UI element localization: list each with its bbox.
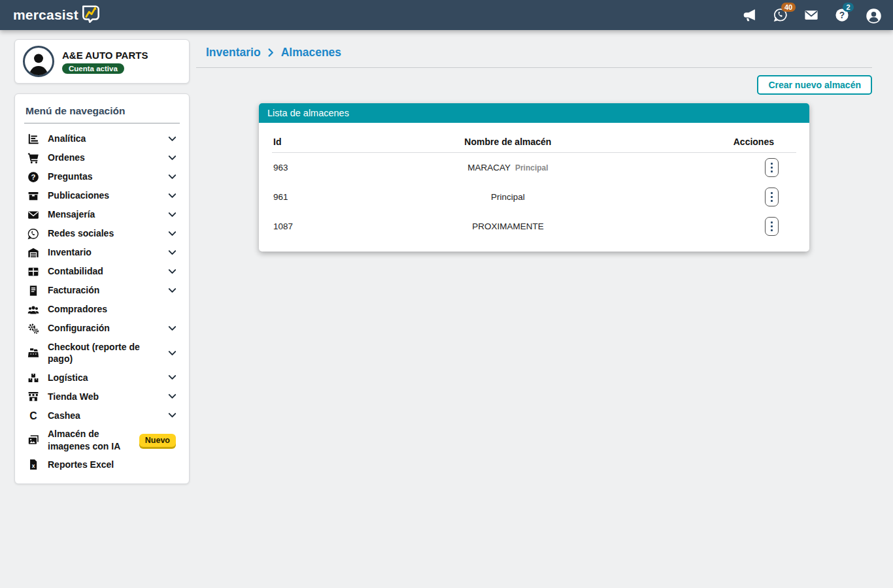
- sidebar-item-label: Checkout (reporte de pago): [48, 341, 159, 365]
- warehouse-id: 961: [272, 182, 377, 212]
- sidebar-item-compradores[interactable]: Compradores: [24, 300, 180, 319]
- sidebar-item-label: Publicaciones: [48, 189, 159, 201]
- main-content: Inventario Almacenes Crear nuevo almacén…: [196, 39, 872, 252]
- account-name: A&E AUTO PARTS: [62, 50, 148, 61]
- warehouse-name: MARACAY: [467, 163, 511, 172]
- app-logo[interactable]: mercasist: [13, 5, 103, 25]
- menu-title: Menú de navegación: [24, 101, 180, 123]
- account-status-badge: Cuenta activa: [62, 63, 124, 74]
- messages-button[interactable]: [804, 8, 818, 22]
- brand-name: mercasist: [13, 7, 78, 23]
- gears-icon: [27, 322, 39, 335]
- announcements-button[interactable]: [743, 8, 757, 22]
- sidebar-item-reportes-excel[interactable]: x Reportes Excel: [24, 455, 180, 474]
- sidebar-item-ordenes[interactable]: Ordenes: [24, 148, 180, 167]
- user-menu-button[interactable]: [866, 8, 880, 22]
- whatsapp-button[interactable]: 40: [773, 8, 788, 22]
- chevron-down-icon: [167, 153, 177, 163]
- column-header-name: Nombre de almacén: [377, 128, 639, 153]
- sidebar-item-publicaciones[interactable]: Publicaciones: [24, 186, 180, 205]
- sidebar-item-contabilidad[interactable]: Contabilidad: [24, 262, 180, 281]
- sidebar-item-configuracion[interactable]: Configuración: [24, 319, 180, 338]
- chevron-down-icon: [167, 410, 177, 420]
- column-header-actions: Acciones: [639, 128, 796, 153]
- sidebar-item-almacen-de-imagenes-con-ia[interactable]: Almacén de imagenes con IA Nuevo: [24, 425, 180, 455]
- warehouse-name: PROXIMAMENTE: [472, 221, 544, 231]
- brand-chart-icon: [79, 2, 103, 25]
- register-icon: [27, 347, 39, 359]
- sidebar-item-label: Analítica: [48, 133, 159, 144]
- table-row: 1087 PROXIMAMENTE: [272, 212, 796, 241]
- account-card: A&E AUTO PARTS Cuenta activa: [14, 39, 190, 84]
- breadcrumb-parent-link[interactable]: Inventario: [206, 46, 261, 59]
- sidebar-item-label: Almacén de imagenes con IA: [48, 428, 131, 451]
- chevron-down-icon: [167, 323, 177, 333]
- sidebar-item-inventario[interactable]: Inventario: [24, 243, 180, 262]
- table-row: 963 MARACAYPrincipal: [272, 153, 796, 183]
- chevron-down-icon: [167, 172, 177, 182]
- chevron-right-icon: [266, 48, 276, 57]
- sidebar-item-label: Tienda Web: [48, 391, 159, 402]
- breadcrumb: Inventario Almacenes: [196, 39, 872, 67]
- sidebar-item-logistica[interactable]: Logística: [24, 368, 180, 387]
- sidebar-item-label: Contabilidad: [48, 265, 159, 277]
- navigation-menu: Menú de navegación Analítica Ordenes ? P…: [14, 93, 190, 484]
- warehouse-name: Principal: [491, 192, 525, 202]
- svg-text:?: ?: [31, 173, 35, 181]
- sidebar-item-label: Redes sociales: [48, 227, 159, 239]
- top-navbar: mercasist 40: [0, 0, 893, 30]
- card-title: Lista de almacenes: [259, 103, 809, 123]
- svg-text:?: ?: [839, 10, 845, 20]
- excel-icon: x: [27, 459, 39, 471]
- sidebar-item-label: Mensajería: [48, 208, 159, 220]
- cart-icon: [27, 152, 39, 164]
- row-actions-button[interactable]: [765, 158, 779, 177]
- chevron-down-icon: [167, 348, 177, 358]
- help-badge: 2: [843, 3, 854, 12]
- store-icon: [27, 390, 39, 402]
- account-avatar: [23, 46, 54, 77]
- new-badge: Nuevo: [139, 434, 176, 447]
- warehouse-tag: Principal: [515, 163, 548, 172]
- megaphone-icon: [743, 8, 757, 22]
- sidebar-item-facturacion[interactable]: Facturación: [24, 281, 180, 300]
- boxes-icon: [27, 371, 39, 384]
- sidebar-item-checkout-reporte-de-pago[interactable]: Checkout (reporte de pago): [24, 338, 180, 368]
- sidebar-item-label: Facturación: [48, 284, 159, 296]
- chart-icon: [27, 133, 39, 145]
- sidebar-item-label: Cashea: [48, 410, 159, 421]
- sidebar-item-label: Configuración: [48, 322, 159, 334]
- sidebar-item-label: Compradores: [48, 303, 177, 315]
- create-warehouse-button[interactable]: Crear nuevo almacén: [757, 75, 872, 95]
- chevron-down-icon: [167, 286, 177, 295]
- cashea-icon: C: [27, 409, 39, 421]
- svg-text:x: x: [31, 463, 35, 469]
- svg-text:C: C: [29, 410, 37, 421]
- chevron-down-icon: [167, 229, 177, 238]
- chevron-down-icon: [167, 267, 177, 276]
- whatsapp-badge: 40: [781, 3, 796, 12]
- sidebar-item-tienda-web[interactable]: Tienda Web: [24, 387, 180, 406]
- sidebar-item-label: Inventario: [48, 246, 159, 258]
- sidebar-item-cashea[interactable]: C Cashea: [24, 406, 180, 425]
- breadcrumb-current[interactable]: Almacenes: [281, 46, 341, 59]
- row-actions-button[interactable]: [765, 188, 779, 206]
- column-header-id: Id: [272, 128, 377, 153]
- sidebar: A&E AUTO PARTS Cuenta activa Menú de nav…: [14, 39, 190, 484]
- sidebar-item-analitica[interactable]: Analítica: [24, 129, 180, 148]
- sidebar-item-mensajeria[interactable]: Mensajería: [24, 205, 180, 224]
- sidebar-item-label: Reportes Excel: [48, 459, 177, 470]
- invoice-icon: [27, 284, 39, 297]
- warehouse-list-card: Lista de almacenes Id Nombre de almacén …: [259, 103, 809, 252]
- sidebar-item-label: Logística: [48, 372, 159, 384]
- sidebar-item-preguntas[interactable]: ? Preguntas: [24, 167, 180, 186]
- row-actions-button[interactable]: [765, 217, 779, 236]
- sidebar-item-label: Ordenes: [48, 152, 159, 163]
- sidebar-item-redes-sociales[interactable]: Redes sociales: [24, 224, 180, 243]
- help-button[interactable]: ? 2: [835, 8, 849, 22]
- image-icon: [27, 434, 39, 446]
- question-icon: ?: [27, 171, 39, 183]
- whatsapp-icon: [27, 227, 39, 240]
- menu-list: Analítica Ordenes ? Preguntas Publicacio…: [24, 129, 180, 474]
- chevron-down-icon: [167, 372, 177, 382]
